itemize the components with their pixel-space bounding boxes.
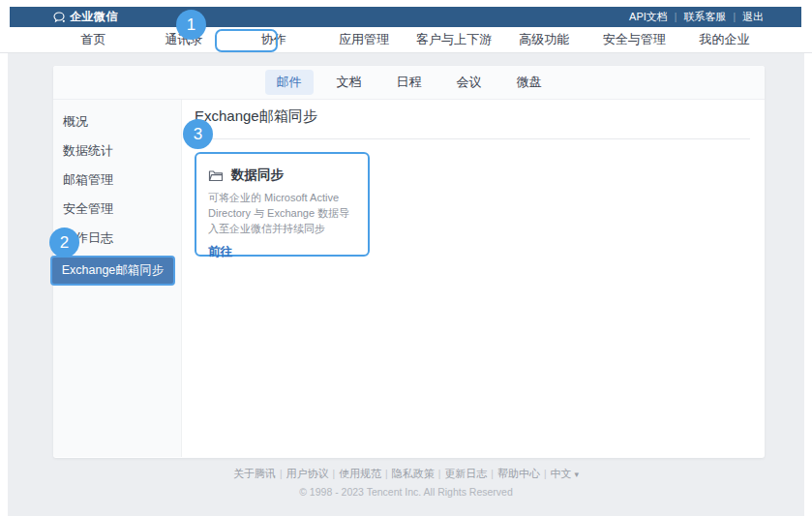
main-content: Exchange邮箱同步 数据同步 可将企业的 Microsoft Active… [182,100,765,457]
nav-item-app-management[interactable]: 应用管理 [318,27,408,52]
app-logo[interactable]: 企业微信 [53,9,118,25]
separator: | [280,469,283,479]
nav-item-advanced[interactable]: 高级功能 [499,27,589,52]
separator: | [733,12,736,22]
annotation-badge-2: 2 [49,228,79,258]
tab-calendar[interactable]: 日程 [385,70,434,95]
chat-bubble-icon [53,12,66,23]
separator: | [438,469,441,479]
footer-link-help[interactable]: 帮助中心 [497,468,540,479]
language-selector[interactable]: 中文 ▾ [551,468,580,479]
separator: | [385,469,388,479]
app-logo-text: 企业微信 [70,9,118,25]
topbar-links: API文档 | 联系客服 | 退出 [629,10,764,24]
sidebar-item-security-management[interactable]: 安全管理 [53,195,181,224]
top-bar: 企业微信 API文档 | 联系客服 | 退出 [10,7,801,27]
data-sync-card[interactable]: 数据同步 可将企业的 Microsoft Active Directory 与 … [195,152,370,257]
secondary-tabs: 邮件 文档 日程 会议 微盘 [53,66,765,100]
nav-item-security[interactable]: 安全与管理 [589,27,679,52]
separator: | [491,469,494,479]
logout-link[interactable]: 退出 [742,10,764,24]
annotation-badge-3: 3 [183,119,213,149]
nav-item-home[interactable]: 首页 [48,27,138,52]
chevron-down-icon: ▾ [575,470,580,479]
separator: | [332,469,335,479]
card-title: 数据同步 [231,167,284,184]
footer-link-privacy[interactable]: 隐私政策 [392,468,435,479]
tab-meeting[interactable]: 会议 [445,70,494,95]
footer-link-about[interactable]: 关于腾讯 [233,468,276,479]
footer-link-terms[interactable]: 用户协议 [286,468,328,479]
primary-nav: 首页 通讯录 协作 应用管理 客户与上下游 高级功能 安全与管理 我的企业 [0,27,812,53]
tab-mail[interactable]: 邮件 [265,70,314,95]
annotation-badge-1: 1 [176,10,206,40]
nav-item-collaboration[interactable]: 协作 [228,27,318,52]
page-title: Exchange邮箱同步 [195,108,750,139]
workspace-background: 邮件 文档 日程 会议 微盘 概况 数据统计 邮箱管理 安全管理 操作日志 Ex… [8,53,804,516]
separator: | [675,12,677,22]
copyright-text: © 1998 - 2023 Tencent Inc. All Rights Re… [8,486,804,498]
nav-item-my-company[interactable]: 我的企业 [679,27,769,52]
go-link[interactable]: 前往 [208,244,232,260]
tab-docs[interactable]: 文档 [325,70,374,95]
sidebar-item-exchange-sync[interactable]: Exchange邮箱同步 [50,256,175,286]
contact-support-link[interactable]: 联系客服 [683,10,726,24]
sidebar-item-overview[interactable]: 概况 [53,107,181,137]
separator: | [544,469,547,479]
sidebar: 概况 数据统计 邮箱管理 安全管理 操作日志 Exchange邮箱同步 [53,100,182,457]
tab-drive[interactable]: 微盘 [505,70,554,95]
card-description: 可将企业的 Microsoft Active Directory 与 Excha… [208,191,356,237]
sidebar-item-mailbox-management[interactable]: 邮箱管理 [53,166,181,195]
sidebar-item-statistics[interactable]: 数据统计 [53,137,181,166]
footer-link-changelog[interactable]: 更新日志 [444,468,487,479]
api-doc-link[interactable]: API文档 [629,10,668,24]
folder-icon [208,169,224,182]
footer: 关于腾讯|用户协议|使用规范|隐私政策|更新日志|帮助中心|中文 ▾ © 199… [8,467,804,498]
footer-link-usage[interactable]: 使用规范 [339,468,381,479]
nav-item-customers[interactable]: 客户与上下游 [409,27,499,52]
content-panel: 邮件 文档 日程 会议 微盘 概况 数据统计 邮箱管理 安全管理 操作日志 Ex… [53,66,765,458]
